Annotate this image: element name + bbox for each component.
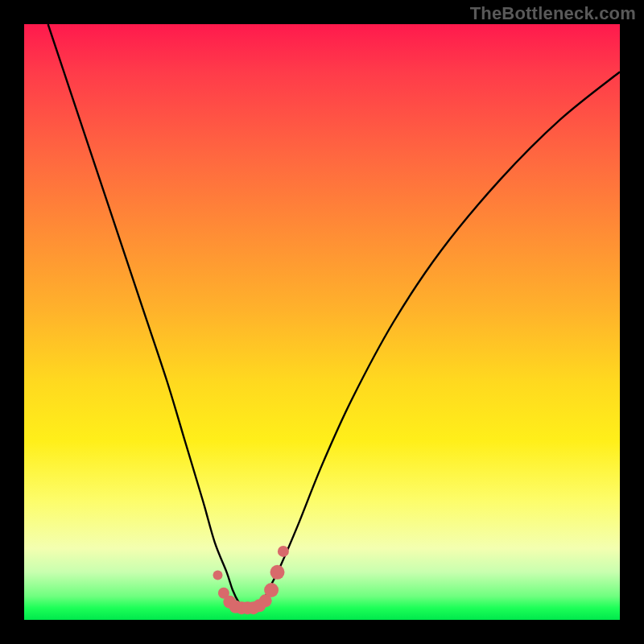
bottom-marker-group <box>213 546 289 614</box>
plot-area <box>24 24 620 620</box>
marker-dot <box>270 565 285 580</box>
chart-svg <box>24 24 620 620</box>
marker-dot <box>278 546 289 557</box>
marker-dot <box>213 571 223 580</box>
chart-frame: TheBottleneck.com <box>0 0 644 644</box>
marker-dot <box>264 583 279 597</box>
bottleneck-curve <box>48 24 620 609</box>
watermark-text: TheBottleneck.com <box>470 3 636 24</box>
